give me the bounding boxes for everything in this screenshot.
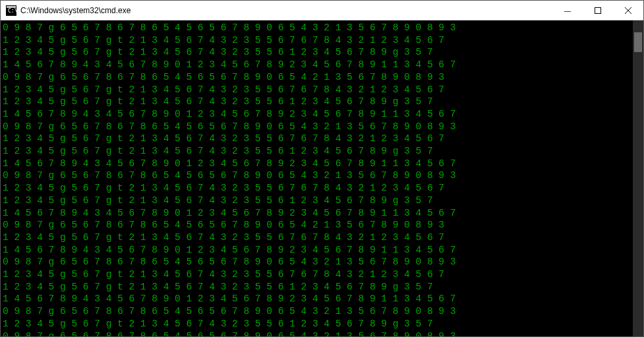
console-line: 1 4 5 6 7 8 9 4 3 4 5 6 7 8 9 0 1 2 3 4 … xyxy=(3,108,631,121)
console-line: 1 2 3 4 5 g 5 6 7 g t 2 1 3 4 5 6 7 4 3 … xyxy=(3,145,631,158)
console-line: 1 2 3 4 5 g 5 6 7 g t 2 1 3 4 5 6 7 4 3 … xyxy=(3,281,631,293)
console-line: 1 2 3 4 5 g 5 6 7 g t 2 1 3 4 5 6 7 4 3 … xyxy=(3,182,631,195)
window-controls: — xyxy=(552,1,643,20)
svg-text:C:\: C:\ xyxy=(8,8,16,14)
console-line: 1 2 3 4 5 g 5 6 7 g t 2 1 3 4 5 6 7 4 3 … xyxy=(3,231,631,244)
console-line: 0 9 8 7 g 6 5 6 7 8 6 7 8 6 5 4 5 6 5 6 … xyxy=(3,22,631,34)
vertical-scrollbar[interactable] xyxy=(633,20,643,336)
console-line: 0 9 8 7 g 6 5 6 7 8 6 7 8 6 5 4 5 6 5 6 … xyxy=(3,169,631,182)
close-button[interactable] xyxy=(613,1,643,20)
console-line: 0 9 8 7 g 6 5 6 7 8 6 7 8 6 5 4 5 6 5 6 … xyxy=(3,121,631,133)
console-line: 1 4 5 6 7 8 9 4 3 4 5 6 7 8 9 0 1 2 3 4 … xyxy=(3,207,631,220)
console-line: 1 2 3 4 5 g 5 6 7 g t 2 1 3 4 5 6 7 4 3 … xyxy=(3,318,631,330)
console-line: 1 4 5 6 7 8 9 4 3 4 5 6 7 8 9 0 1 2 3 4 … xyxy=(3,293,631,305)
console-line: 1 4 5 6 7 8 9 4 3 4 5 6 7 8 9 0 1 2 3 4 … xyxy=(3,59,631,71)
maximize-button[interactable] xyxy=(583,1,613,20)
console-line: 1 2 3 4 5 g 5 6 7 g t 2 1 3 4 5 6 7 4 3 … xyxy=(3,268,631,281)
window-title: C:\Windows\system32\cmd.exe xyxy=(20,1,552,20)
console-line: 1 2 3 4 5 g 5 6 7 g t 2 1 3 4 5 6 7 4 3 … xyxy=(3,84,631,96)
console-area[interactable]: 0 9 8 7 g 6 5 6 7 8 6 7 8 6 5 4 5 6 5 6 … xyxy=(1,20,643,336)
cmd-icon: C:\ xyxy=(6,5,16,16)
console-line: 0 9 8 7 g 6 5 6 7 8 6 7 8 6 5 4 5 6 5 6 … xyxy=(3,256,631,268)
minimize-button[interactable]: — xyxy=(552,1,583,20)
console-line: 0 9 8 7 g 6 5 6 7 8 6 7 8 6 5 4 5 6 5 6 … xyxy=(3,330,631,336)
console-line: 1 2 3 4 5 g 5 6 7 g t 2 1 3 4 5 6 7 4 3 … xyxy=(3,46,631,59)
console-line: 1 4 5 6 7 8 9 4 3 4 5 6 7 8 9 0 1 2 3 4 … xyxy=(3,158,631,170)
cmd-window: C:\ C:\Windows\system32\cmd.exe — 0 9 8 … xyxy=(0,0,644,337)
console-output: 0 9 8 7 g 6 5 6 7 8 6 7 8 6 5 4 5 6 5 6 … xyxy=(1,20,633,336)
scrollbar-thumb[interactable] xyxy=(634,32,642,52)
console-line: 1 2 3 4 5 g 5 6 7 g t 2 1 3 4 5 6 7 4 3 … xyxy=(3,96,631,108)
console-line: 1 4 5 6 7 8 9 4 3 4 5 6 7 8 9 0 1 2 3 4 … xyxy=(3,244,631,257)
console-line: 1 2 3 4 5 g 5 6 7 g t 2 1 3 4 5 6 7 4 3 … xyxy=(3,34,631,47)
console-line: 0 9 8 7 g 6 5 6 7 8 6 7 8 6 5 4 5 6 5 6 … xyxy=(3,71,631,84)
titlebar[interactable]: C:\ C:\Windows\system32\cmd.exe — xyxy=(1,1,643,20)
console-line: 0 9 8 7 g 6 5 6 7 8 6 7 8 6 5 4 5 6 5 6 … xyxy=(3,305,631,318)
console-line: 0 9 8 7 g 6 5 6 7 8 6 7 8 6 5 4 5 6 5 6 … xyxy=(3,219,631,231)
console-line: 1 2 3 4 5 g 5 6 7 g t 2 1 3 4 5 6 7 4 3 … xyxy=(3,195,631,207)
console-line: 1 2 3 4 5 g 5 6 7 g t 2 1 3 4 5 6 7 4 3 … xyxy=(3,133,631,145)
svg-rect-3 xyxy=(595,8,601,14)
